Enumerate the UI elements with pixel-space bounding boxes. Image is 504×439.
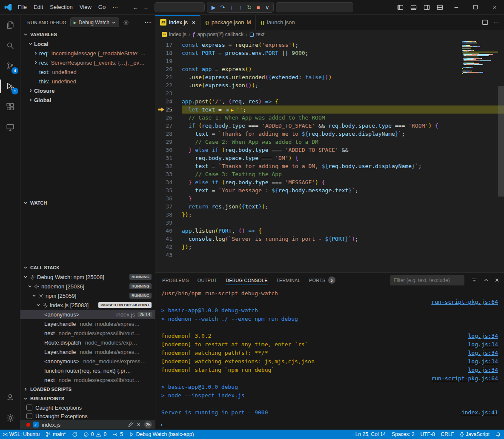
line-number[interactable]: 29 xyxy=(155,138,182,146)
line-number[interactable]: 24 xyxy=(155,97,182,105)
menu-edit[interactable]: Edit xyxy=(30,3,46,12)
status-forwarded-ports[interactable]: 5 xyxy=(109,430,126,439)
tab-index.js[interactable]: JSindex.js× xyxy=(155,15,200,30)
debug-session-row[interactable]: Debug Watch: npm [25008]RUNNING xyxy=(20,272,155,282)
code-line-39[interactable]: 39 xyxy=(155,219,504,227)
code-line-30[interactable]: 30 } else if (req.body.type === 'ADDED_T… xyxy=(155,146,504,154)
maximize-button[interactable] xyxy=(466,0,485,14)
breakpoint-checkbox[interactable] xyxy=(26,405,32,410)
chevron-right-icon[interactable] xyxy=(27,98,34,102)
start-debugging-icon[interactable]: ▶ xyxy=(74,20,77,25)
code-line-32[interactable]: 32 text = `Thanks for adding me to a DM,… xyxy=(155,162,504,170)
menu-view[interactable]: View xyxy=(76,3,95,12)
code-line-34[interactable]: 34 } else if (req.body.type === 'MESSAGE… xyxy=(155,178,504,186)
views-more-icon[interactable]: ··· xyxy=(145,19,152,26)
back-button[interactable]: ← xyxy=(132,4,138,11)
line-number[interactable]: 39 xyxy=(155,219,182,227)
activity-search[interactable] xyxy=(0,35,20,56)
line-number[interactable]: 40 xyxy=(155,227,182,235)
console-source-link[interactable]: index.js:41 xyxy=(461,408,498,417)
forward-button[interactable]: → xyxy=(143,4,149,11)
chevron-down-icon[interactable] xyxy=(22,275,29,279)
chevron-down-icon[interactable] xyxy=(31,294,37,298)
editor-scrollbar[interactable] xyxy=(498,86,504,197)
panel-tab-terminal[interactable]: TERMINAL xyxy=(276,273,301,288)
line-number[interactable]: 43 xyxy=(155,251,182,259)
debug-session-row[interactable]: npm [25059]RUNNING xyxy=(20,291,155,300)
line-number[interactable]: 21 xyxy=(155,73,182,81)
close-tab-icon[interactable]: × xyxy=(192,19,195,26)
status-remote-indicator[interactable]: ><WSL: Ubuntu xyxy=(0,430,43,439)
debug-config-picker[interactable]: ▶ Debug Watch xyxy=(70,17,119,27)
loaded-scripts-section-header[interactable]: LOADED SCRIPTS xyxy=(20,385,155,394)
line-number[interactable]: 37 xyxy=(155,202,182,211)
close-window-button[interactable] xyxy=(485,0,504,14)
line-number[interactable]: 33 xyxy=(155,170,182,178)
stack-frame-row[interactable]: Layer.handlenode_modules/expres… xyxy=(20,319,155,328)
line-number[interactable]: 38 xyxy=(155,211,182,219)
status-debug-session[interactable]: Debug Watch (basic-app) xyxy=(126,430,197,439)
line-number[interactable]: 23 xyxy=(155,89,182,97)
chevron-down-icon[interactable] xyxy=(35,303,42,307)
menu-selection[interactable]: Selection xyxy=(46,3,76,12)
code-line-31[interactable]: 31 req.body.space.type === 'DM') { xyxy=(155,154,504,162)
breakpoint-row[interactable]: Uncaught Exceptions xyxy=(20,412,155,420)
line-number[interactable]: 32 xyxy=(155,162,182,170)
activity-accounts[interactable] xyxy=(0,387,20,408)
code-line-19[interactable]: 19 xyxy=(155,57,504,65)
code-line-28[interactable]: 28 text = `Thanks for adding me to ${req… xyxy=(155,130,504,138)
chevron-down-icon[interactable] xyxy=(26,284,33,288)
stack-frame-row[interactable]: nextnode_modules/express/lib/rout… xyxy=(20,375,155,385)
minimap[interactable] xyxy=(461,41,498,76)
stack-frame-row[interactable]: <anonymous>index.js25:14 xyxy=(20,310,155,319)
step-over-button[interactable]: ↷ xyxy=(218,3,227,12)
stack-frame-row[interactable]: nextnode_modules/express/lib/rout… xyxy=(20,328,155,338)
line-number[interactable]: 20 xyxy=(155,65,182,73)
menu-file[interactable]: File xyxy=(14,3,30,12)
code-line-25[interactable]: 25 let text = ●▶''; xyxy=(155,105,504,114)
code-line-21[interactable]: 21 .use(express.urlencoded({extended: fa… xyxy=(155,73,504,81)
split-editor-icon[interactable] xyxy=(482,19,488,26)
menu-overflow[interactable]: ··· xyxy=(109,3,121,12)
maximize-panel-icon[interactable] xyxy=(483,277,489,283)
stack-frame-row[interactable]: function router(req, res, next) {.pr… xyxy=(20,366,155,375)
breakpoints-section-header[interactable]: BREAKPOINTS xyxy=(20,394,155,403)
line-number[interactable]: 30 xyxy=(155,146,182,154)
stop-button[interactable]: ■ xyxy=(254,3,263,12)
chevron-right-icon[interactable] xyxy=(32,51,39,55)
line-number[interactable]: 27 xyxy=(155,122,182,130)
status-indentation[interactable]: Spaces: 2 xyxy=(389,430,417,439)
command-center-search[interactable] xyxy=(276,2,353,12)
activity-extensions[interactable] xyxy=(0,97,20,117)
code-line-33[interactable]: 33 // Case 3: Texting the App xyxy=(155,170,504,178)
console-source-link[interactable]: run-script-pkg.js:64 xyxy=(431,298,498,306)
code-line-42[interactable]: 42}); xyxy=(155,243,504,251)
breakpoint-checkbox[interactable] xyxy=(26,413,32,419)
step-out-button[interactable]: ↑ xyxy=(236,3,245,12)
line-number[interactable]: 42 xyxy=(155,243,182,251)
code-line-35[interactable]: 35 text = `Your message : ${req.body.mes… xyxy=(155,186,504,194)
menu-go[interactable]: Go xyxy=(95,3,109,12)
code-line-43[interactable]: 43 xyxy=(155,251,504,259)
activity-remote-explorer[interactable] xyxy=(0,117,20,137)
remove-breakpoint-icon[interactable]: × xyxy=(137,422,140,428)
restart-button[interactable]: ↻ xyxy=(245,3,254,12)
session-picker-button[interactable]: ∨ xyxy=(263,3,272,12)
console-source-link[interactable]: log.js:34 xyxy=(468,357,498,366)
minimize-button[interactable] xyxy=(447,0,466,14)
activity-settings[interactable] xyxy=(0,408,20,428)
breakpoint-row[interactable]: Caught Exceptions xyxy=(20,403,155,412)
code-line-37[interactable]: 37 return res.json({text}); xyxy=(155,202,504,211)
panel-tab-output[interactable]: OUTPUT xyxy=(198,273,217,288)
line-number[interactable]: 41 xyxy=(155,235,182,243)
console-source-link[interactable]: log.js:34 xyxy=(468,340,498,349)
console-source-link[interactable]: run-script-pkg.js:64 xyxy=(431,374,498,383)
console-source-link[interactable]: log.js:34 xyxy=(468,349,498,357)
tab-launch.json[interactable]: {}launch.json xyxy=(256,15,300,30)
activity-explorer[interactable] xyxy=(0,15,20,35)
code-line-41[interactable]: 41 console.log(`Server is running in por… xyxy=(155,235,504,243)
console-source-link[interactable]: log.js:34 xyxy=(468,332,498,340)
variable-row[interactable]: req:IncomingMessage {_readableState: … xyxy=(20,48,155,58)
command-center-left[interactable] xyxy=(155,2,205,12)
line-number[interactable]: 22 xyxy=(155,81,182,89)
